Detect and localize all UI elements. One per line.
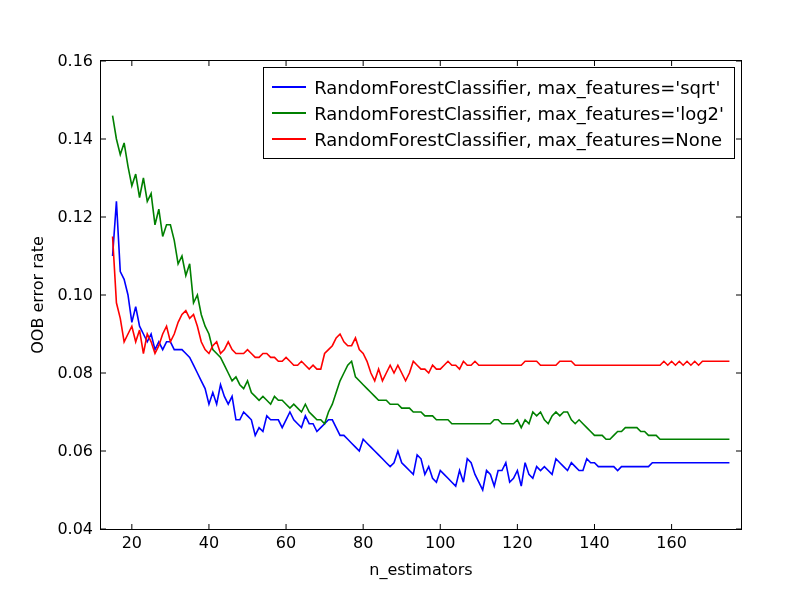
x-tick-label: 20: [122, 535, 142, 551]
y-tick-label: 0.06: [57, 443, 93, 459]
y-tick-label: 0.04: [57, 521, 93, 537]
legend-swatch: [272, 86, 306, 88]
plot-axes: RandomForestClassifier, max_features='sq…: [100, 60, 742, 530]
y-axis-label: OOB error rate: [28, 236, 47, 354]
y-tick-label: 0.08: [57, 365, 93, 381]
x-tick-label: 160: [656, 535, 687, 551]
x-tick-label: 80: [353, 535, 373, 551]
y-tick-label: 0.14: [57, 131, 93, 147]
legend-swatch: [272, 138, 306, 140]
legend-entry: RandomForestClassifier, max_features=Non…: [272, 126, 724, 152]
legend-entry: RandomForestClassifier, max_features='lo…: [272, 100, 724, 126]
legend-label: RandomForestClassifier, max_features='sq…: [314, 77, 720, 98]
y-tick-label: 0.10: [57, 287, 93, 303]
series-line-0: [113, 201, 730, 490]
x-tick-label: 40: [199, 535, 219, 551]
x-tick-label: 140: [579, 535, 610, 551]
figure: RandomForestClassifier, max_features='sq…: [0, 0, 800, 600]
x-tick-label: 100: [425, 535, 456, 551]
legend-label: RandomForestClassifier, max_features=Non…: [314, 129, 722, 150]
y-tick-label: 0.16: [57, 53, 93, 69]
legend-label: RandomForestClassifier, max_features='lo…: [314, 103, 724, 124]
legend-swatch: [272, 112, 306, 114]
x-tick-label: 60: [276, 535, 296, 551]
legend-entry: RandomForestClassifier, max_features='sq…: [272, 74, 724, 100]
series-line-2: [113, 237, 730, 381]
x-axis-label: n_estimators: [369, 560, 472, 579]
y-tick-label: 0.12: [57, 209, 93, 225]
legend: RandomForestClassifier, max_features='sq…: [263, 67, 735, 159]
x-tick-label: 120: [502, 535, 533, 551]
